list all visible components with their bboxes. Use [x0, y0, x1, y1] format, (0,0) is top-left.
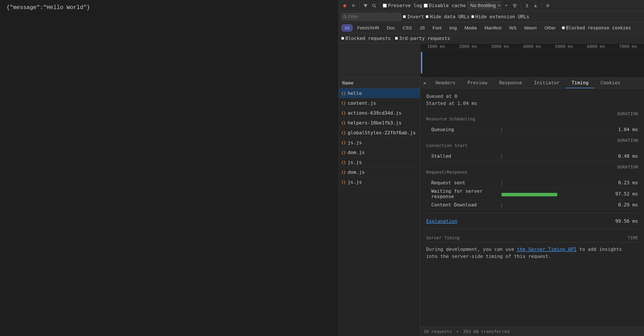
request-sent-row: Request sent 0.23 ms — [426, 178, 638, 188]
request-item-8[interactable]: {} dom.js — [339, 167, 420, 177]
throttle-select[interactable]: No throttling — [468, 2, 501, 10]
filter-input-wrap — [341, 13, 401, 21]
tab-cookies[interactable]: Cookies — [594, 78, 626, 88]
devtools-panel: ● ⊘ Preserve log Disable cache No thrott… — [338, 0, 644, 336]
request-name-9: js.js — [348, 179, 362, 185]
disable-cache-checkbox[interactable] — [424, 4, 428, 8]
tab-timing[interactable]: Timing — [566, 78, 594, 88]
preserve-log-checkbox[interactable] — [383, 4, 387, 8]
waiting-value: 97.52 ms — [610, 191, 638, 197]
settings-icon[interactable] — [544, 2, 551, 9]
request-icon-3: {} — [341, 121, 346, 125]
type-btn-all[interactable]: All — [341, 24, 353, 32]
type-btn-img[interactable]: Img — [446, 24, 460, 32]
timing-divider-2 — [426, 229, 638, 229]
svg-point-2 — [514, 7, 515, 7]
explanation-value: 99.56 ms — [615, 218, 638, 224]
filter-input[interactable] — [348, 14, 395, 20]
waiting-bar-fill — [502, 193, 557, 196]
timeline-labels: 1000 ms 2000 ms 3000 ms 4000 ms 5000 ms … — [420, 43, 644, 49]
connection-start-title: Connection Start — [426, 143, 610, 149]
stop-icon[interactable]: ⊘ — [350, 2, 357, 9]
type-btn-manifest[interactable]: Manifest — [481, 24, 504, 32]
type-btn-doc[interactable]: Doc — [384, 24, 398, 32]
blocked-requests-checkbox[interactable] — [341, 37, 344, 40]
transferred-text: 393 kB transferred — [463, 329, 510, 334]
code-panel: {"message":"Hello World"} — [0, 0, 338, 336]
type-btn-fetch-xhr[interactable]: Fetch/XHR — [354, 24, 382, 32]
separator: • — [456, 329, 459, 334]
filter-row: Invert Hide data URLs Hide extension URL… — [339, 11, 644, 22]
request-sent-bar — [502, 181, 608, 185]
hide-data-urls-checkbox[interactable] — [426, 15, 428, 18]
type-btn-js[interactable]: JS — [416, 24, 428, 32]
waiting-label: Waiting for server response — [426, 188, 499, 199]
connection-start-header: Connection Start DURATION — [426, 134, 638, 151]
blocked-response-group: Blocked response cookies — [562, 25, 631, 31]
type-btn-other[interactable]: Other — [541, 24, 559, 32]
throttle-down-icon[interactable] — [503, 2, 510, 9]
download-icon[interactable] — [532, 2, 539, 9]
request-item-1[interactable]: {} content.js — [339, 98, 420, 108]
type-btn-media[interactable]: Media — [461, 24, 480, 32]
filter-icon[interactable] — [362, 2, 369, 9]
tab-response[interactable]: Response — [493, 78, 528, 88]
timing-divider — [426, 213, 638, 213]
code-text: {"message":"Hello World"} — [6, 4, 90, 11]
queueing-label: Queueing — [426, 127, 499, 132]
timeline-label-2: 2000 ms — [452, 44, 484, 49]
third-party-checkbox[interactable] — [395, 37, 398, 40]
stalled-value: 0.48 ms — [610, 153, 638, 159]
close-tab-button[interactable]: ✕ — [420, 78, 430, 88]
preserve-log-label: Preserve log — [388, 3, 422, 8]
upload-icon[interactable] — [524, 2, 530, 9]
resource-scheduling-duration-header: DURATION — [610, 111, 638, 124]
main-content: Name {} hello {} content.js {} actions-6… — [339, 78, 644, 336]
disable-cache-label: Disable cache — [429, 3, 466, 8]
request-name-4: globalStyles-22fbf6ab.js — [348, 130, 416, 135]
third-party-group: 3rd-party requests — [395, 36, 450, 41]
type-btn-font[interactable]: Font — [429, 24, 445, 32]
timeline-label-6: 6000 ms — [580, 44, 612, 49]
request-item-4[interactable]: {} globalStyles-22fbf6ab.js — [339, 128, 420, 138]
server-timing-api-link[interactable]: the Server Timing API — [517, 247, 576, 252]
tab-headers[interactable]: Headers — [430, 78, 462, 88]
request-item-9[interactable]: {} js.js — [339, 177, 420, 187]
search-icon[interactable] — [371, 2, 378, 9]
request-icon-7: {} — [341, 160, 346, 164]
type-btn-css[interactable]: CSS — [399, 24, 415, 32]
request-sent-label: Request sent — [426, 180, 499, 185]
type-btn-wasm[interactable]: Wasm — [521, 24, 540, 32]
started-at-text: Started at 1.04 ms — [426, 101, 638, 106]
stalled-row: Stalled 0.48 ms — [426, 151, 638, 161]
blocked-response-checkbox[interactable] — [562, 26, 565, 29]
server-timing-time-col: TIME — [616, 235, 638, 240]
timeline-bar — [421, 52, 422, 73]
type-btn-ws[interactable]: WS — [506, 24, 520, 32]
content-download-row: Content Download 0.29 ms — [426, 200, 638, 210]
request-item-6[interactable]: {} dom.js — [339, 148, 420, 157]
request-item-2[interactable]: {} actions-639cd34d.js — [339, 108, 420, 118]
record-icon[interactable]: ● — [341, 2, 348, 9]
type-filter-row: All Fetch/XHR Doc CSS JS Font Img Media … — [339, 22, 644, 34]
invert-label: Invert — [407, 14, 424, 19]
queued-at-text: Queued at 0 — [426, 94, 638, 99]
tab-initiator[interactable]: Initiator — [528, 78, 565, 88]
tab-preview[interactable]: Preview — [462, 78, 494, 88]
wifi-icon — [512, 2, 518, 9]
request-name-2: actions-639cd34d.js — [348, 110, 402, 116]
toolbar-separator-3 — [521, 3, 521, 9]
explanation-link[interactable]: Explanation — [426, 218, 615, 224]
requests-items[interactable]: {} hello {} content.js {} actions-639cd3… — [339, 88, 420, 336]
content-download-label: Content Download — [426, 202, 499, 208]
invert-checkbox[interactable] — [403, 15, 406, 18]
svg-point-0 — [372, 4, 375, 7]
request-item-5[interactable]: {} js.js — [339, 138, 420, 148]
request-item-0[interactable]: {} hello — [339, 88, 420, 98]
request-item-3[interactable]: {} helpers-10be1fb3.js — [339, 118, 420, 128]
request-item-7[interactable]: {} js.js — [339, 157, 420, 167]
request-icon-6: {} — [341, 150, 346, 155]
svg-line-1 — [375, 7, 376, 8]
request-icon-5: {} — [341, 140, 346, 145]
hide-extension-urls-checkbox[interactable] — [471, 15, 474, 18]
